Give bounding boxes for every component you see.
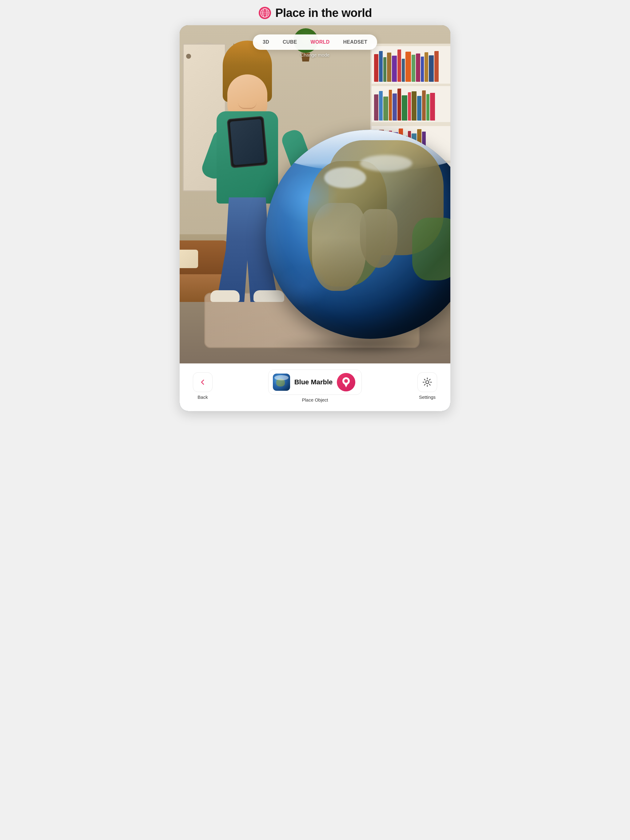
tab-cube[interactable]: CUBE <box>277 37 303 47</box>
bottom-toolbar: Back Blue Marble <box>180 363 450 411</box>
back-label: Back <box>198 395 207 400</box>
settings-label: Settings <box>419 395 435 400</box>
svg-point-9 <box>426 381 429 384</box>
earth-thumbnail <box>273 374 290 391</box>
settings-icon-wrap <box>418 373 437 392</box>
tab-headset[interactable]: HEADSET <box>337 37 374 47</box>
place-object-group: Blue Marble Place Object <box>217 369 413 403</box>
mode-bar: 3D CUBE WORLD HEADSET Change mode <box>253 35 377 57</box>
tab-world[interactable]: WORLD <box>304 37 336 47</box>
place-object-inner: Blue Marble <box>268 369 362 395</box>
gear-icon <box>423 377 432 387</box>
place-button[interactable] <box>337 373 355 392</box>
back-icon-wrap <box>193 373 212 392</box>
app-container: 3D CUBE WORLD HEADSET Change mode Back <box>180 25 450 411</box>
mode-hint: Change mode <box>301 52 329 57</box>
settings-button[interactable]: Settings <box>413 373 441 400</box>
place-object-label: Place Object <box>302 397 328 403</box>
svg-marker-8 <box>344 383 348 387</box>
mode-tabs: 3D CUBE WORLD HEADSET <box>253 35 377 50</box>
back-button[interactable]: Back <box>189 373 217 400</box>
tablet <box>227 116 268 168</box>
location-pin-icon <box>342 377 350 387</box>
page-title: Place in the world <box>275 6 372 20</box>
page-header: Place in the world <box>252 6 378 20</box>
ar-viewport: 3D CUBE WORLD HEADSET Change mode <box>180 25 450 363</box>
tab-3d[interactable]: 3D <box>256 37 275 47</box>
chevron-left-icon <box>199 379 206 385</box>
object-name: Blue Marble <box>294 378 333 386</box>
globe-header-icon <box>258 6 272 20</box>
svg-point-7 <box>344 379 348 383</box>
